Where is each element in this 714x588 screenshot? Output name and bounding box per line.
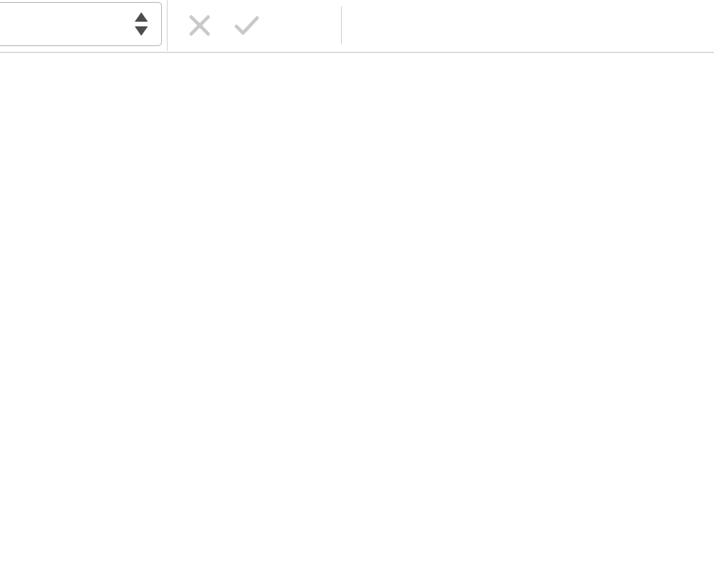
formula-input[interactable]	[354, 0, 714, 51]
stepper-up-icon[interactable]	[135, 12, 148, 22]
spreadsheet-app	[0, 0, 714, 588]
stepper-down-icon[interactable]	[135, 26, 148, 36]
name-box-stepper[interactable]	[135, 3, 148, 45]
name-box[interactable]	[0, 2, 162, 46]
formula-bar-divider	[167, 0, 168, 51]
formula-input-divider	[341, 7, 342, 44]
cancel-icon[interactable]	[185, 0, 215, 51]
grid	[0, 53, 714, 588]
confirm-check-icon[interactable]	[230, 0, 264, 51]
formula-bar	[0, 0, 714, 53]
insert-function-icon[interactable]	[292, 0, 333, 51]
